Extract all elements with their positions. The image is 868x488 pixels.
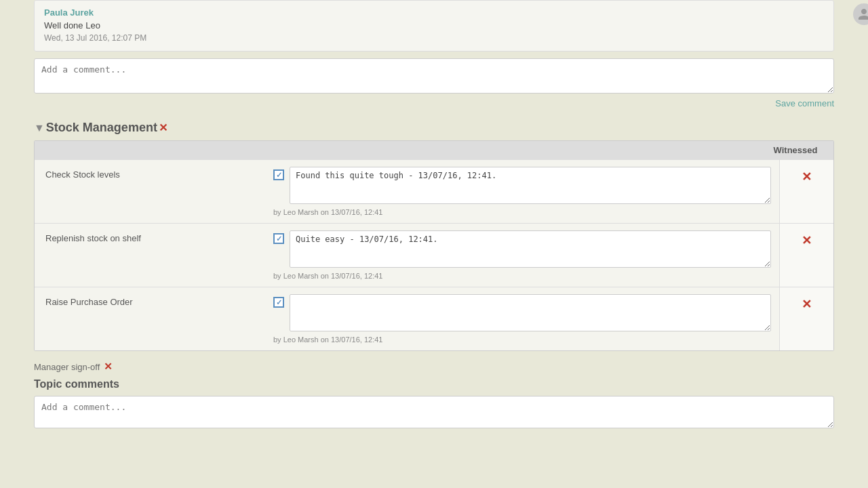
table-row: Replenish stock on shelf Quite easy - 13… bbox=[35, 223, 833, 287]
row-content: by Leo Marsh on 13/07/16, 12:41 bbox=[265, 287, 779, 350]
table-row: Raise Purchase Order by Leo Marsh on 13/… bbox=[35, 287, 833, 350]
witnessed-x-icon[interactable]: ✕ bbox=[802, 169, 812, 184]
table-row: Check Stock levels Found this quite toug… bbox=[35, 159, 833, 223]
stock-table-header: Witnessed bbox=[35, 141, 833, 159]
manager-signoff-label: Manager sign-off bbox=[34, 362, 100, 372]
row-witnessed: ✕ bbox=[779, 224, 833, 287]
witnessed-x-icon[interactable]: ✕ bbox=[802, 233, 812, 248]
row-note-input[interactable] bbox=[290, 294, 771, 331]
section-title: Stock Management bbox=[46, 121, 157, 135]
row-label: Raise Purchase Order bbox=[35, 287, 265, 350]
avatar bbox=[853, 3, 868, 25]
comment-block: Paula Jurek Well done Leo Wed, 13 Jul 20… bbox=[34, 0, 834, 52]
row-content: Found this quite tough - 13/07/16, 12:41… bbox=[265, 160, 779, 223]
save-comment-button[interactable]: Save comment bbox=[34, 98, 834, 108]
manager-signoff-x-icon[interactable]: ✕ bbox=[104, 361, 113, 373]
row-meta: by Leo Marsh on 13/07/16, 12:41 bbox=[273, 272, 771, 280]
add-comment-input[interactable] bbox=[34, 58, 834, 94]
row-label: Replenish stock on shelf bbox=[35, 224, 265, 287]
row-note-input[interactable]: Found this quite tough - 13/07/16, 12:41… bbox=[290, 167, 771, 204]
topic-comment-area bbox=[34, 396, 834, 430]
topic-comment-input[interactable] bbox=[34, 396, 834, 428]
row-witnessed: ✕ bbox=[779, 287, 833, 350]
add-comment-area: Save comment bbox=[34, 58, 834, 108]
section-header: ▼ Stock Management ✕ bbox=[34, 121, 854, 135]
section-close-icon[interactable]: ✕ bbox=[159, 121, 167, 134]
comment-text: Well done Leo bbox=[44, 20, 824, 30]
row-checkbox[interactable] bbox=[273, 233, 284, 244]
manager-signoff: Manager sign-off ✕ bbox=[34, 361, 834, 373]
row-meta: by Leo Marsh on 13/07/16, 12:41 bbox=[273, 208, 771, 216]
row-checkbox[interactable] bbox=[273, 169, 284, 180]
comment-author: Paula Jurek bbox=[44, 7, 824, 18]
row-witnessed: ✕ bbox=[779, 160, 833, 223]
comment-date: Wed, 13 Jul 2016, 12:07 PM bbox=[44, 33, 824, 43]
witnessed-header: Witnessed bbox=[768, 145, 823, 155]
row-content: Quite easy - 13/07/16, 12:41. by Leo Mar… bbox=[265, 224, 779, 287]
collapse-arrow-icon[interactable]: ▼ bbox=[34, 122, 45, 134]
row-meta: by Leo Marsh on 13/07/16, 12:41 bbox=[273, 336, 771, 344]
row-note-input[interactable]: Quite easy - 13/07/16, 12:41. bbox=[290, 230, 771, 268]
row-label: Check Stock levels bbox=[35, 160, 265, 223]
witnessed-x-icon[interactable]: ✕ bbox=[802, 297, 812, 312]
topic-comments-label: Topic comments bbox=[34, 378, 834, 390]
stock-table: Witnessed Check Stock levels Found this … bbox=[34, 140, 834, 351]
row-checkbox[interactable] bbox=[273, 297, 284, 308]
